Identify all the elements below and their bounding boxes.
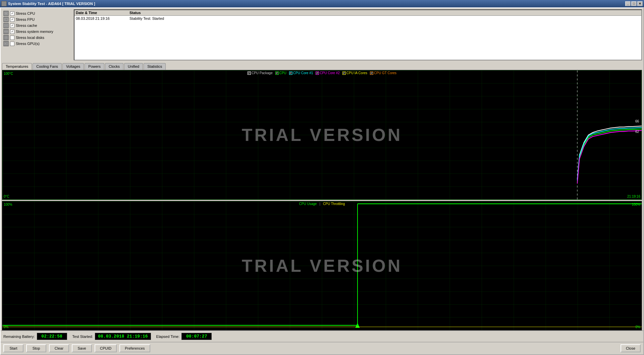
main-window: Stress CPU Stress FPU Stress cache: [0, 7, 644, 355]
svg-rect-4: [4, 24, 8, 25]
stress-cpu-label: Stress CPU: [16, 11, 35, 15]
close-button[interactable]: Close: [621, 344, 641, 352]
window-title: System Stability Test - AIDA64 [ TRIAL V…: [8, 2, 625, 6]
tab-voltages[interactable]: Voltages: [62, 63, 84, 70]
chart-top-legend: ✓ CPU Package ✓ CPU ✓ CPU Core #1 ✓ CPU …: [248, 71, 396, 75]
cache-icon: [3, 23, 9, 28]
log-row: 08.03.2018 21:19:16 Stability Test: Star…: [74, 16, 641, 21]
fpu-icon: [3, 17, 9, 22]
legend-cpu-throttling: CPU Throttling: [323, 202, 345, 206]
tab-unified[interactable]: Unified: [124, 63, 143, 70]
legend-cpu-gt-cores-label: CPU GT Cores: [374, 71, 396, 75]
stress-item-cache[interactable]: Stress cache: [3, 23, 71, 28]
test-started-label: Test Started:: [72, 335, 93, 339]
chart-bottom-legend: CPU Usage | CPU Throttling: [299, 202, 345, 206]
temp-value-66: 66: [635, 119, 639, 123]
gpu-icon: [3, 41, 9, 46]
close-window-button[interactable]: ✕: [637, 1, 643, 6]
title-bar: System Stability Test - AIDA64 [ TRIAL V…: [0, 0, 644, 7]
temp-value-62: 62: [635, 130, 639, 134]
stress-options-panel: Stress CPU Stress FPU Stress cache: [2, 9, 72, 60]
stress-cache-checkbox[interactable]: [10, 23, 14, 28]
legend-cpu-label: CPU: [279, 71, 286, 75]
maximize-button[interactable]: □: [631, 1, 637, 6]
disk-icon: [3, 35, 9, 40]
top-section: Stress CPU Stress FPU Stress cache: [1, 8, 643, 62]
cpu-right-top: 100%: [632, 203, 640, 206]
cpu-usage-chart-svg: [2, 201, 642, 331]
cpu-usage-chart: CPU Usage | CPU Throttling 100% 0% 100% …: [2, 201, 642, 331]
log-body[interactable]: 08.03.2018 21:19:16 Stability Test: Star…: [74, 16, 641, 60]
cpu-right-bottom: 0%: [636, 325, 640, 329]
temperature-chart: ✓ CPU Package ✓ CPU ✓ CPU Core #1 ✓ CPU …: [2, 70, 642, 200]
remaining-battery-label: Remaining Battery:: [3, 335, 35, 339]
log-header: Date & Time Status: [74, 10, 641, 16]
log-col-status: Status: [129, 11, 640, 15]
legend-cpu-gt-cores: ✓ CPU GT Cores: [370, 71, 396, 75]
log-status: Stability Test: Started: [129, 16, 640, 20]
log-panel: Date & Time Status 08.03.2018 21:19:16 S…: [74, 9, 642, 60]
legend-cpu-package: ✓ CPU Package: [248, 71, 273, 75]
legend-cpu-core2-label: CPU Core #2: [320, 71, 339, 75]
stress-item-cpu[interactable]: Stress CPU: [3, 11, 71, 16]
tab-bar: Temperatures Cooling Fans Voltages Power…: [1, 62, 643, 70]
log-date: 08.03.2018 21:19:16: [76, 16, 129, 20]
legend-cpu-ia-cores-label: CPU IA Cores: [346, 71, 367, 75]
minimize-button[interactable]: _: [625, 1, 631, 6]
tab-clocks[interactable]: Clocks: [105, 63, 123, 70]
stress-item-fpu[interactable]: Stress FPU: [3, 17, 71, 22]
svg-rect-5: [4, 26, 8, 27]
stress-disks-checkbox[interactable]: [10, 36, 14, 40]
log-col-date: Date & Time: [76, 11, 129, 15]
mem-icon: [3, 29, 9, 34]
tab-cooling-fans[interactable]: Cooling Fans: [33, 63, 62, 70]
app-icon: [1, 1, 7, 6]
tab-temperatures[interactable]: Temperatures: [2, 63, 32, 70]
legend-cpu-core1: ✓ CPU Core #1: [289, 71, 313, 75]
stress-gpu-label: Stress GPU(s): [16, 42, 40, 46]
clear-button[interactable]: Clear: [49, 344, 69, 352]
stress-memory-label: Stress system memory: [16, 30, 53, 34]
charts-area: ✓ CPU Package ✓ CPU ✓ CPU Core #1 ✓ CPU …: [1, 70, 643, 331]
elapsed-time-item: Elapsed Time: 00:07:27: [156, 333, 212, 340]
start-button[interactable]: Start: [3, 344, 23, 352]
test-started-item: Test Started: 08.03.2018 21:19:16: [72, 333, 151, 340]
svg-rect-13: [5, 43, 6, 44]
legend-cpu-throttling-label: CPU Throttling: [323, 202, 345, 206]
svg-point-11: [5, 37, 7, 38]
legend-cpu-package-label: CPU Package: [252, 71, 273, 75]
stress-gpu-checkbox[interactable]: [10, 42, 14, 46]
legend-cpu-ia-cores: ✓ CPU IA Cores: [342, 71, 367, 75]
legend-cpu-usage: CPU Usage: [299, 202, 317, 206]
window-controls[interactable]: _ □ ✕: [625, 1, 643, 6]
stress-item-gpu[interactable]: Stress GPU(s): [3, 41, 71, 46]
remaining-battery-item: Remaining Battery: 02:22:58: [3, 333, 67, 340]
legend-cpu-core1-label: CPU Core #1: [293, 71, 313, 75]
stress-cpu-checkbox[interactable]: [10, 11, 14, 16]
cpuid-button[interactable]: CPUID: [95, 344, 117, 352]
legend-cpu-usage-label: CPU Usage: [299, 202, 317, 206]
legend-cpu-core2: ✓ CPU Core #2: [316, 71, 339, 75]
remaining-battery-value: 02:22:58: [37, 333, 67, 340]
stress-disks-label: Stress local disks: [16, 36, 44, 40]
preferences-button[interactable]: Preferences: [119, 344, 150, 352]
svg-rect-1: [5, 13, 7, 14]
elapsed-time-label: Elapsed Time:: [156, 335, 180, 339]
stress-item-disks[interactable]: Stress local disks: [3, 35, 71, 40]
legend-cpu: ✓ CPU: [275, 71, 286, 75]
temperature-chart-svg: [2, 70, 642, 200]
test-started-value: 08.03.2018 21:19:16: [95, 333, 151, 340]
stop-button[interactable]: Stop: [26, 344, 46, 352]
cpu-icon: [3, 11, 9, 16]
tab-powers[interactable]: Powers: [85, 63, 104, 70]
stress-cache-label: Stress cache: [16, 23, 37, 28]
tab-statistics[interactable]: Statistics: [144, 63, 166, 70]
info-bar: Remaining Battery: 02:22:58 Test Started…: [1, 331, 643, 342]
save-button[interactable]: Save: [72, 344, 92, 352]
stress-memory-checkbox[interactable]: [10, 30, 14, 34]
stress-fpu-checkbox[interactable]: [10, 17, 14, 22]
svg-rect-2: [4, 18, 8, 20]
button-bar: Start Stop Clear Save CPUID Preferences …: [1, 342, 643, 354]
stress-item-memory[interactable]: Stress system memory: [3, 29, 71, 34]
stress-fpu-label: Stress FPU: [16, 17, 35, 21]
